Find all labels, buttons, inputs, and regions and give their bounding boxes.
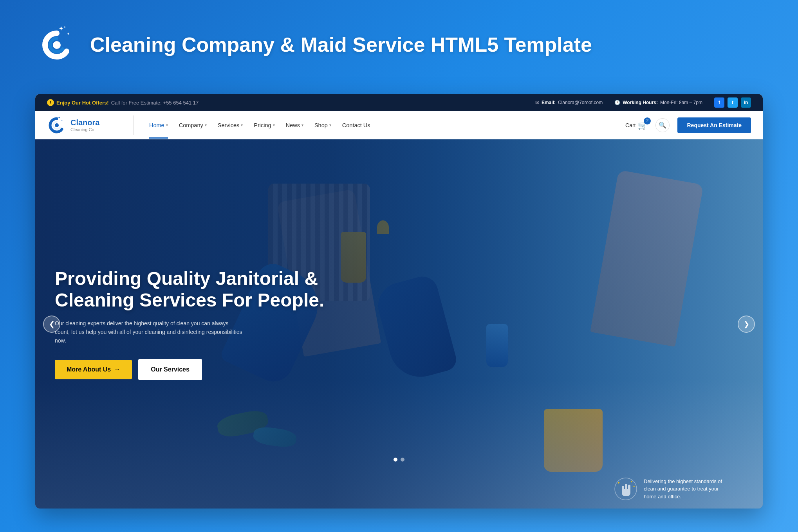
- more-about-label: More About Us: [67, 366, 111, 373]
- nav-contact-label: Contact Us: [342, 122, 370, 128]
- feature-description: Delivering the highest standards of clea…: [644, 478, 722, 500]
- nav-contact[interactable]: Contact Us: [342, 122, 370, 128]
- svg-point-6: [55, 123, 59, 127]
- estimate-button[interactable]: Request An Estimate: [677, 117, 751, 133]
- topbar-right: ✉ Email: Clanora@7oroof.com 🕐 Working Ho…: [535, 97, 751, 108]
- search-icon: 🔍: [659, 121, 666, 129]
- svg-point-3: [53, 41, 61, 49]
- nav-shop[interactable]: Shop ▾: [314, 122, 331, 128]
- navbar: ✦ ✦ Clanora Cleaning Co Home ▾ Company ▾: [35, 111, 763, 139]
- nav-news-arrow: ▾: [302, 123, 303, 127]
- feature-clean-icon: ✦ ✦ ✦: [614, 477, 637, 501]
- svg-text:✦: ✦: [59, 25, 63, 32]
- nav-services-arrow: ▾: [241, 123, 243, 127]
- nav-pricing[interactable]: Pricing ▾: [254, 122, 274, 128]
- linkedin-icon[interactable]: in: [741, 97, 751, 108]
- email-label: Email:: [542, 100, 556, 105]
- website-mockup: ! Enjoy Our Hot Offers! Call for Free Es…: [35, 94, 763, 509]
- more-about-button[interactable]: More About Us →: [55, 360, 132, 379]
- topbar-left: ! Enjoy Our Hot Offers! Call for Free Es…: [47, 99, 199, 106]
- nav-home-label: Home: [149, 122, 164, 128]
- svg-text:✦: ✦: [67, 32, 70, 36]
- promo-subtext: Call for Free Estimate: +55 654 541 17: [111, 100, 199, 106]
- page-main-title: Cleaning Company & Maid Service HTML5 Te…: [90, 33, 592, 57]
- svg-text:✦: ✦: [61, 119, 63, 121]
- chevron-left-icon: ❮: [49, 320, 55, 328]
- slide-dot-2[interactable]: [401, 458, 404, 462]
- nav-company-label: Company: [179, 122, 203, 128]
- brand-sub: Cleaning Co: [70, 127, 99, 132]
- cart-button[interactable]: Cart 🛒 2: [625, 121, 648, 130]
- svg-text:✦: ✦: [58, 116, 60, 119]
- hero-section: Providing Quality Janitorial & Cleaning …: [35, 139, 763, 509]
- slide-next-button[interactable]: ❯: [738, 316, 755, 333]
- hours-label: Working Hours:: [623, 100, 658, 105]
- nav-logo[interactable]: ✦ ✦ Clanora Cleaning Co: [47, 115, 117, 135]
- nav-logo-text: Clanora Cleaning Co: [70, 118, 99, 132]
- chevron-right-icon: ❯: [744, 320, 749, 328]
- nav-services-label: Services: [218, 122, 240, 128]
- slide-dots: [394, 458, 404, 462]
- nav-news[interactable]: News ▾: [286, 122, 303, 128]
- svg-text:✦: ✦: [630, 480, 633, 483]
- svg-text:✦: ✦: [63, 25, 66, 29]
- nav-company-arrow: ▾: [205, 123, 207, 127]
- hero-feature-box: ✦ ✦ ✦ Delivering the highest standards o…: [614, 477, 731, 501]
- nav-home-arrow: ▾: [166, 123, 168, 127]
- our-services-label: Our Services: [151, 366, 190, 373]
- hours-value: Mon-Fri: 8am – 7pm: [660, 100, 702, 105]
- svg-text:✦: ✦: [633, 485, 636, 488]
- email-info: ✉ Email: Clanora@7oroof.com: [535, 100, 603, 105]
- topbar: ! Enjoy Our Hot Offers! Call for Free Es…: [35, 94, 763, 111]
- slide-prev-button[interactable]: ❮: [43, 316, 60, 333]
- nav-logo-icon: ✦ ✦: [47, 115, 67, 135]
- social-icons: f t in: [714, 97, 751, 108]
- our-services-button[interactable]: Our Services: [138, 359, 202, 380]
- nav-right: Cart 🛒 2 🔍 Request An Estimate: [625, 117, 751, 133]
- hours-info: 🕐 Working Hours: Mon-Fri: 8am – 7pm: [614, 100, 702, 105]
- nav-company[interactable]: Company ▾: [179, 122, 207, 128]
- svg-text:✦: ✦: [617, 481, 620, 485]
- brand-logo-mark: ✦ ✦ ✦: [35, 23, 78, 67]
- facebook-icon[interactable]: f: [714, 97, 724, 108]
- alert-icon: !: [47, 99, 54, 106]
- nav-news-label: News: [286, 122, 300, 128]
- page-header: ✦ ✦ ✦ Cleaning Company & Maid Service HT…: [35, 23, 592, 67]
- slide-dot-1[interactable]: [394, 458, 397, 462]
- feature-text: Delivering the highest standards of clea…: [644, 478, 731, 501]
- brand-name: Clanora: [70, 118, 99, 127]
- arrow-icon: →: [114, 366, 120, 373]
- nav-pricing-label: Pricing: [254, 122, 271, 128]
- nav-divider: [133, 115, 134, 135]
- cart-badge: 2: [644, 117, 651, 124]
- search-button[interactable]: 🔍: [655, 118, 670, 132]
- hero-subtitle: Our cleaning experts deliver the highest…: [55, 319, 243, 345]
- twitter-icon[interactable]: t: [728, 97, 738, 108]
- nav-services[interactable]: Services ▾: [218, 122, 243, 128]
- promo-hot-text: Enjoy Our Hot Offers!: [56, 100, 109, 106]
- email-value: Clanora@7oroof.com: [558, 100, 603, 105]
- nav-shop-arrow: ▾: [329, 123, 331, 127]
- nav-pricing-arrow: ▾: [273, 123, 275, 127]
- hero-buttons: More About Us → Our Services: [55, 359, 379, 380]
- page-title-block: Cleaning Company & Maid Service HTML5 Te…: [90, 33, 592, 57]
- nav-home[interactable]: Home ▾: [149, 122, 168, 128]
- hero-content: Providing Quality Janitorial & Cleaning …: [35, 139, 399, 509]
- nav-shop-label: Shop: [314, 122, 328, 128]
- cart-label: Cart: [625, 122, 636, 128]
- nav-links: Home ▾ Company ▾ Services ▾ Pricing ▾ Ne…: [149, 122, 610, 128]
- hero-title: Providing Quality Janitorial & Cleaning …: [55, 268, 379, 311]
